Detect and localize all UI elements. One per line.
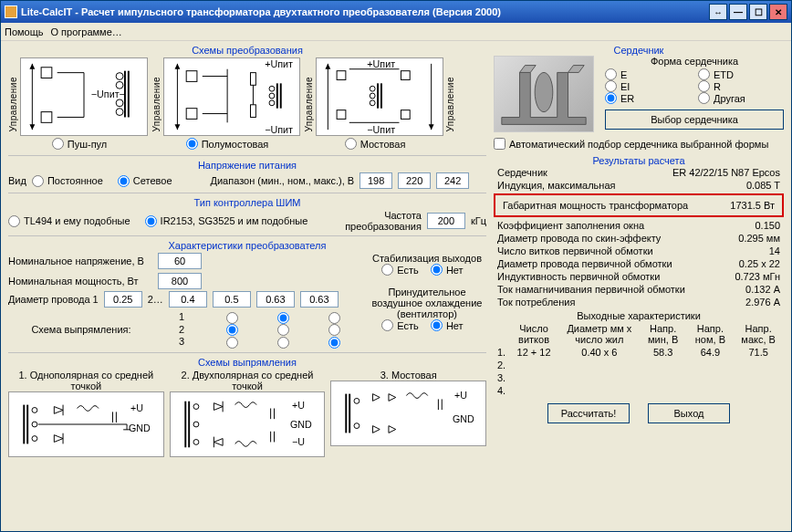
svg-text:+U: +U <box>292 399 305 410</box>
res-fill-label: Коэффициент заполнения окна <box>497 220 644 231</box>
svg-point-50 <box>32 435 37 441</box>
svg-rect-16 <box>186 71 197 82</box>
radio-core-etd[interactable]: ETD <box>698 68 775 80</box>
section-characteristics-title: Характеристики преобразователя <box>8 240 486 251</box>
rect-type-3: 3. Мостовая <box>330 370 486 381</box>
radio-core-ei[interactable]: EI <box>605 80 682 92</box>
nom-voltage-input[interactable] <box>158 253 202 269</box>
radio-supply-dc[interactable]: Постоянное <box>32 175 103 187</box>
out-row-3: 3. <box>495 372 782 383</box>
radio-full-bridge[interactable]: Мостовая <box>345 138 406 150</box>
menu-help[interactable]: Помощь <box>5 26 44 37</box>
radio-half-bridge[interactable]: Полумостовая <box>186 138 269 150</box>
svg-point-26 <box>269 100 275 106</box>
wire-diam-suffix: 2… <box>148 294 163 305</box>
svg-rect-0 <box>41 68 52 78</box>
svg-text:+Uпит: +Uпит <box>265 58 293 69</box>
svg-marker-83 <box>389 393 396 401</box>
idx-1: 1 <box>179 311 184 324</box>
svg-marker-53 <box>54 434 63 442</box>
rect-3-3[interactable] <box>328 337 340 349</box>
res-ind-val: 0.723 мГн <box>735 271 780 282</box>
radio-cool-no[interactable]: Нет <box>431 319 464 331</box>
diagram-half-bridge: +Uпит −Uпит <box>163 57 300 136</box>
rect-1-3[interactable] <box>328 312 340 324</box>
radio-core-r[interactable]: R <box>698 80 775 92</box>
svg-marker-29 <box>174 64 180 69</box>
radio-supply-ac[interactable]: Сетевое <box>118 175 172 187</box>
freq-unit: кГц <box>471 215 486 226</box>
svg-text:−Uпит: −Uпит <box>265 124 293 135</box>
out-h3: Напр. мин, В <box>641 323 686 345</box>
diagram-push-pull: −Uпит− <box>20 57 148 136</box>
svg-point-48 <box>32 407 37 412</box>
svg-marker-44 <box>325 64 330 69</box>
section-rectifier-title: Схемы выпрямления <box>8 357 486 368</box>
rect-1-1[interactable] <box>226 312 238 324</box>
rect-3-1[interactable] <box>226 337 238 349</box>
close-button[interactable]: ✕ <box>769 4 787 20</box>
rect-2-3[interactable] <box>328 324 340 336</box>
svg-point-6 <box>116 73 123 80</box>
wire-d5-input[interactable] <box>300 291 339 308</box>
radio-core-er[interactable]: ER <box>605 92 682 104</box>
svg-text:−Uпит−: −Uпит− <box>91 89 125 99</box>
minimize-button[interactable]: — <box>729 4 747 20</box>
out-h5: Напр. макс, В <box>735 323 782 345</box>
rect-1-2[interactable] <box>277 312 289 324</box>
menu-about[interactable]: О программе… <box>51 26 122 37</box>
svg-rect-33 <box>337 71 346 80</box>
res-skin-label: Диаметр провода по скин-эффекту <box>497 233 661 244</box>
wire-d3-input[interactable] <box>213 291 251 308</box>
radio-tl494[interactable]: TL494 и ему подобные <box>8 215 130 227</box>
radio-stab-yes[interactable]: Есть <box>381 264 418 276</box>
rect-2-2[interactable] <box>277 324 289 336</box>
svg-point-25 <box>269 93 275 99</box>
supply-max-input[interactable] <box>436 172 469 189</box>
checkbox-auto-core[interactable]: Автоматический подбор сердечника выбранн… <box>494 138 768 150</box>
radio-push-pull[interactable]: Пуш-пул <box>52 138 108 150</box>
radio-cool-yes[interactable]: Есть <box>381 319 418 331</box>
svg-text:GND: GND <box>453 413 474 424</box>
rect-2-1[interactable] <box>226 324 238 336</box>
svg-text:+Uпит: +Uпит <box>367 58 395 69</box>
freq-input[interactable] <box>427 213 465 229</box>
rect-3-2[interactable] <box>277 337 289 349</box>
radio-core-e[interactable]: E <box>605 68 682 80</box>
vlabel-1: Управление <box>8 77 18 132</box>
supply-nom-input[interactable] <box>398 172 431 189</box>
stabilization-label: Стабилизация выходов <box>368 253 486 264</box>
out-row-4: 4. <box>495 385 782 396</box>
radio-ir2153[interactable]: IR2153, SG3525 и им подобные <box>145 215 308 227</box>
nom-power-input[interactable] <box>158 273 202 289</box>
rect-scheme-label: Схема выпрямления: <box>31 324 130 337</box>
supply-min-input[interactable] <box>360 172 392 189</box>
res-pwire-val: 0.25 х 22 <box>739 258 780 269</box>
output-table: Число витков Диаметр мм х число жил Напр… <box>494 321 784 398</box>
svg-point-81 <box>354 422 360 428</box>
radio-stab-no[interactable]: Нет <box>431 264 464 276</box>
wire-d1-input[interactable] <box>104 291 142 308</box>
res-gab-label: Габаритная мощность трансформатора <box>503 200 688 211</box>
radio-core-other[interactable]: Другая <box>698 92 775 104</box>
calculate-button[interactable]: Рассчитать! <box>547 403 630 423</box>
svg-point-80 <box>354 398 360 403</box>
svg-text:+U: +U <box>454 390 467 401</box>
res-gab-val: 1731.5 Вт <box>730 200 775 211</box>
svg-point-64 <box>193 403 199 409</box>
wire-d2-input[interactable] <box>169 291 207 308</box>
resize-button[interactable]: ↔ <box>709 4 727 20</box>
vlabel-4: Управление <box>445 77 455 132</box>
svg-point-66 <box>193 439 199 444</box>
svg-marker-82 <box>373 393 380 401</box>
exit-button[interactable]: Выход <box>648 403 730 423</box>
core-shape-label: Форма сердечника <box>605 56 784 67</box>
wire-diam-label: Диаметр провода 1 <box>8 294 99 305</box>
res-imag-val: 0.132 А <box>745 284 780 295</box>
wire-d4-input[interactable] <box>256 291 295 308</box>
diagram-full-bridge: +Uпит −Uпит <box>316 57 443 136</box>
svg-marker-30 <box>174 124 180 130</box>
select-core-button[interactable]: Выбор сердечника <box>605 110 784 130</box>
maximize-button[interactable]: ☐ <box>749 4 767 20</box>
highlighted-power-box: Габаритная мощность трансформатора1731.5… <box>494 193 784 217</box>
